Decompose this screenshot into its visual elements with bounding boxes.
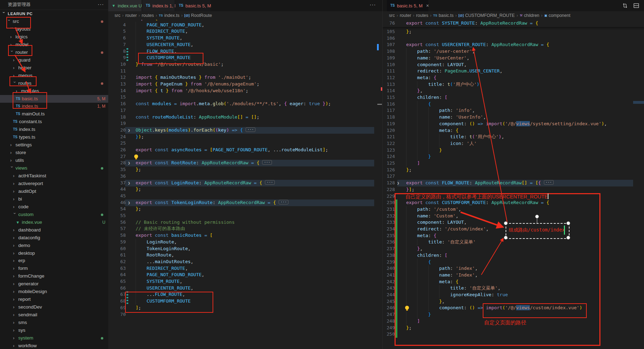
code-line[interactable]: 120 meta: {	[383, 127, 644, 134]
fold-chevron-icon[interactable]: ❯	[128, 180, 130, 186]
sidebar-item-helper[interactable]: ›helper	[0, 64, 108, 72]
breadcrumb-item-router[interactable]: router	[400, 13, 411, 18]
sidebar-item-constant.ts[interactable]: TSconstant.ts	[0, 118, 108, 126]
resize-handle[interactable]	[504, 236, 508, 240]
code-line[interactable]: 250	[383, 331, 644, 338]
sidebar-item-bi[interactable]: ›bi	[0, 195, 108, 203]
code-line[interactable]: 56// Basic routing without permissions	[108, 219, 382, 226]
sidebar-item-dataconfig[interactable]: ›dataconfig	[0, 234, 108, 242]
code-line[interactable]: 65 SYSTEM_ROUTE,	[108, 278, 382, 285]
rotate-handle[interactable]	[535, 215, 539, 218]
sidebar-item-dashboard[interactable]: ›dashboard	[0, 226, 108, 234]
sidebar-item-form[interactable]: ›form	[0, 265, 108, 272]
code-line[interactable]: 8 FLOW_ROUTE,	[108, 48, 382, 55]
breadcrumb-item-CUSTOMFORM_ROUTE[interactable]: [@]CUSTOMFORM_ROUTE	[458, 13, 515, 18]
close-icon[interactable]: ×	[426, 3, 429, 8]
breadcrumb-item-RootRoute[interactable]: [@]RootRoute	[184, 13, 212, 18]
sidebar-item-erp[interactable]: ›erp	[0, 257, 108, 265]
sidebar-item-sys[interactable]: ›sys	[0, 326, 108, 334]
code-line[interactable]: 35};	[108, 166, 382, 173]
code-line[interactable]: 242 meta: {	[383, 279, 644, 285]
code-line[interactable]: 234 redirect: '/custom/index',	[383, 226, 644, 233]
tab-overflow-icon[interactable]: ···	[370, 1, 376, 7]
sidebar-item-views[interactable]: ›views	[0, 164, 108, 172]
code-line[interactable]: 118 name: 'UserInfo',	[383, 114, 644, 121]
code-line[interactable]: 125 ]	[383, 160, 644, 167]
code-line[interactable]: 12import { mainOutRoutes } from './mainO…	[108, 74, 382, 81]
code-line[interactable]: 27	[108, 153, 382, 160]
code-line[interactable]: 122 icon: '人'	[383, 140, 644, 147]
fold-chevron-icon[interactable]: ❯	[128, 127, 130, 134]
code-line[interactable]: 106	[383, 35, 644, 42]
sidebar-item-basic.ts[interactable]: TSbasic.ts5, M	[0, 95, 108, 103]
code-line[interactable]: 15	[108, 94, 382, 101]
code-line[interactable]: 68 CUSTOMFORM_ROUTE	[108, 298, 382, 305]
code-line[interactable]: 244 ignoreKeepAlive: true	[383, 292, 644, 298]
sidebar-item-system[interactable]: ›system	[0, 334, 108, 342]
sticky-scroll-line[interactable]: 76export const SYSTEM_ROUTE: AppRouteRec…	[383, 20, 644, 27]
code-line[interactable]: 108 path: '/user-center',	[383, 48, 644, 55]
code-line[interactable]: 114 },	[383, 88, 644, 94]
code-line[interactable]: 64 PAGE_NOT_FOUND_ROUTE,	[108, 272, 382, 278]
fold-ellipsis-badge[interactable]: ···	[246, 127, 255, 132]
code-line[interactable]: 69];	[108, 305, 382, 311]
code-line[interactable]: 128❯export const FLOW_ROUTE: AppRouteRec…	[383, 180, 644, 186]
code-line[interactable]: 121 title: t('用户中心'),	[383, 134, 644, 140]
code-line[interactable]: 235 meta: {	[383, 233, 644, 239]
sidebar-item-index.ts[interactable]: TSindex.ts	[0, 126, 108, 133]
code-line[interactable]: 18const routeModuleList: AppRouteModule[…	[108, 114, 382, 121]
code-line[interactable]: 241 name: 'Index',	[383, 272, 644, 279]
sidebar-item-model[interactable]: ›model	[0, 41, 108, 49]
code-line[interactable]: 59 LoginRoute,	[108, 239, 382, 246]
code-line[interactable]: 37❯export const LoginRoute: AppRouteReco…	[108, 180, 382, 186]
code-line[interactable]: 113 title: t('用户中心')	[383, 81, 644, 88]
code-line[interactable]: 247 }	[383, 311, 644, 318]
code-line[interactable]: 63 REDIRECT_ROUTE,	[108, 265, 382, 272]
code-line[interactable]: 24});	[108, 134, 382, 140]
code-line[interactable]: 240 path: 'index',	[383, 265, 644, 272]
sidebar-item-report[interactable]: ›report	[0, 296, 108, 303]
code-line[interactable]: 243 title: '自定义菜单',	[383, 285, 644, 292]
sidebar-item-mobileDesign[interactable]: ›mobileDesign	[0, 288, 108, 296]
code-editor-index-ts[interactable]: 3import {4 PAGE_NOT_FOUND_ROUTE,5 REDIRE…	[108, 20, 382, 349]
code-line[interactable]: 55	[108, 212, 382, 219]
code-line[interactable]: 233 component: LAYOUT,	[383, 219, 644, 226]
code-line[interactable]: 60 TokenLoginRoute,	[108, 246, 382, 252]
breadcrumb-item-index.ts[interactable]: TSindex.ts	[159, 13, 180, 18]
sidebar-item-menus[interactable]: ›menus	[0, 72, 108, 80]
sidebar-item-logics[interactable]: ›logics	[0, 33, 108, 41]
breadcrumb-item-routes[interactable]: routes	[416, 13, 428, 18]
code-line[interactable]: 5 REDIRECT_ROUTE,	[108, 28, 382, 35]
lightbulb-icon[interactable]	[134, 154, 138, 158]
code-line[interactable]: 230export const CUSTOMFORM_ROUTE: AppRou…	[383, 199, 644, 206]
code-editor-basic-ts[interactable]: 105};106107export const USERCENTER_ROUTE…	[383, 20, 644, 349]
code-line[interactable]: 26export const asyncRoutes = [PAGE_NOT_F…	[108, 147, 382, 153]
code-line[interactable]: 28❯export const RootRoute: AppRouteRecor…	[108, 160, 382, 166]
code-line[interactable]: 127	[383, 173, 644, 180]
code-line[interactable]: 67 ...FLOW_ROUTE,	[108, 291, 382, 298]
sidebar-item-activereport[interactable]: ›activereport	[0, 180, 108, 188]
code-line[interactable]: 232 name: 'Custom',	[383, 213, 644, 220]
code-line[interactable]: 111 redirect: PageEnum.USER_CENTER,	[383, 68, 644, 75]
fold-chevron-icon[interactable]: ❯	[397, 180, 399, 186]
code-line[interactable]: 123 }	[383, 147, 644, 154]
tab-basic.ts[interactable]: TSbasic.ts 5, M	[175, 0, 210, 11]
sidebar-item-utils[interactable]: ›utils	[0, 157, 108, 164]
sidebar-item-auditOpt[interactable]: ›auditOpt	[0, 188, 108, 195]
sidebar-item-router[interactable]: ›router	[0, 49, 108, 56]
code-line[interactable]: 239 {	[383, 259, 644, 266]
breadcrumb-item-children[interactable]: ⚒children	[520, 13, 539, 18]
sidebar-item-custom[interactable]: ›custom	[0, 211, 108, 218]
sidebar-item-generator[interactable]: ›generator	[0, 280, 108, 288]
breadcrumb-item-component[interactable]: ▣component	[544, 13, 570, 18]
sidebar-item-sendmail[interactable]: ›sendmail	[0, 311, 108, 319]
tab-index.vue[interactable]: ▼index.vue U	[108, 0, 142, 11]
breadcrumb-item-basic.ts[interactable]: TSbasic.ts	[433, 13, 454, 18]
code-line[interactable]: 119 component: () => import('/@/views/sy…	[383, 121, 644, 127]
code-line[interactable]: 107export const USERCENTER_ROUTE: AppRou…	[383, 42, 644, 48]
code-line[interactable]: 20❯Object.keys(modules).forEach((key) =>…	[108, 127, 382, 134]
split-editor-icon[interactable]	[633, 2, 639, 9]
code-line[interactable]: 238 children: [	[383, 252, 644, 259]
swap-arrows-icon[interactable]	[622, 2, 628, 9]
sidebar-item-secondDev[interactable]: ›secondDev	[0, 303, 108, 311]
